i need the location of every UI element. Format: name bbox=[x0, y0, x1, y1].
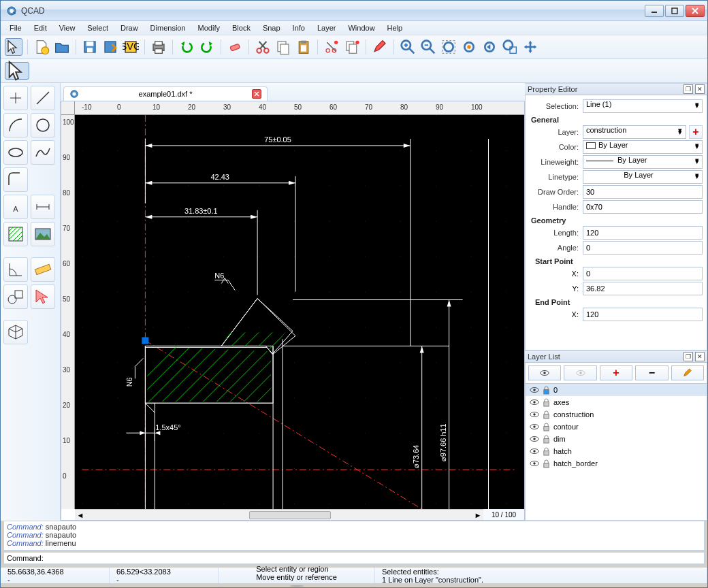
add-layer-button[interactable]: + bbox=[689, 125, 703, 139]
start-y-input[interactable] bbox=[583, 282, 703, 295]
layer-item[interactable]: hatch bbox=[526, 445, 707, 457]
snap-tool[interactable] bbox=[31, 284, 55, 309]
circle-tool[interactable] bbox=[31, 113, 55, 137]
layer-visible-all-button[interactable] bbox=[528, 365, 561, 380]
layer-item[interactable]: dim bbox=[526, 433, 707, 445]
zoom-label: 10 / 100 bbox=[483, 509, 524, 520]
length-input[interactable] bbox=[583, 226, 703, 240]
block-tool[interactable] bbox=[3, 284, 28, 309]
menu-block[interactable]: Block bbox=[226, 22, 257, 34]
layer-panel-close[interactable]: ✕ bbox=[695, 352, 705, 361]
measure-tool[interactable] bbox=[31, 257, 55, 282]
tab-close-button[interactable] bbox=[252, 89, 261, 99]
select-tool[interactable] bbox=[5, 62, 29, 80]
scrollbar-thumb[interactable] bbox=[249, 511, 331, 519]
menu-edit[interactable]: Edit bbox=[28, 22, 53, 34]
isometric-tool[interactable] bbox=[3, 320, 28, 344]
menu-draw[interactable]: Draw bbox=[114, 22, 144, 34]
main-toolbar: SVG bbox=[1, 35, 707, 59]
edit-button[interactable] bbox=[371, 38, 389, 56]
redo-button[interactable] bbox=[198, 38, 216, 56]
menu-help[interactable]: Help bbox=[381, 22, 409, 34]
point-tool[interactable] bbox=[3, 86, 28, 110]
layer-dropdown[interactable]: construction▾ bbox=[583, 125, 686, 139]
eye-icon bbox=[530, 397, 539, 407]
pan-button[interactable] bbox=[521, 38, 539, 56]
layer-add-button[interactable]: + bbox=[600, 365, 632, 380]
svg-rect-65 bbox=[35, 264, 50, 274]
menu-modify[interactable]: Modify bbox=[192, 22, 226, 34]
handle-input[interactable] bbox=[583, 200, 703, 214]
menu-select[interactable]: Select bbox=[81, 22, 114, 34]
save-as-button[interactable] bbox=[101, 38, 119, 56]
layer-item[interactable]: 0 bbox=[526, 384, 707, 396]
layer-edit-button[interactable] bbox=[671, 365, 704, 380]
lineweight-dropdown[interactable]: By Layer▾ bbox=[583, 155, 703, 169]
draworder-input[interactable] bbox=[583, 185, 703, 199]
svg-text:⌀73.64: ⌀73.64 bbox=[412, 445, 420, 468]
erase-button[interactable] bbox=[226, 38, 244, 56]
zoom-previous-button[interactable] bbox=[481, 38, 498, 56]
layer-panel-undock[interactable]: ❐ bbox=[683, 352, 693, 361]
menu-snap[interactable]: Snap bbox=[257, 22, 287, 34]
pointer-tool[interactable] bbox=[5, 38, 22, 56]
canvas[interactable]: 75±0.05 42.43 31.83±0.1 N6 bbox=[75, 115, 524, 509]
command-input[interactable] bbox=[46, 553, 704, 564]
ellipse-tool[interactable] bbox=[3, 140, 28, 165]
copy-ref-button[interactable] bbox=[343, 38, 361, 56]
drawing-area[interactable]: -100102030405060708090100 10090807060504… bbox=[61, 101, 525, 521]
arc-tool[interactable] bbox=[3, 113, 28, 137]
angle-input[interactable] bbox=[583, 241, 703, 255]
menu-file[interactable]: File bbox=[3, 22, 28, 34]
layer-item[interactable]: hatch_border bbox=[526, 457, 707, 470]
image-tool[interactable] bbox=[31, 222, 55, 246]
color-dropdown[interactable]: By Layer▾ bbox=[583, 140, 703, 154]
end-x-input[interactable] bbox=[583, 308, 703, 321]
layer-remove-button[interactable]: − bbox=[635, 365, 668, 380]
zoom-in-button[interactable] bbox=[399, 38, 417, 56]
layer-item[interactable]: axes bbox=[526, 396, 707, 408]
cut-button[interactable] bbox=[254, 38, 272, 56]
paste-button[interactable] bbox=[295, 38, 312, 56]
spline-tool[interactable] bbox=[31, 140, 55, 165]
start-x-input[interactable] bbox=[583, 267, 703, 280]
polyline-tool[interactable] bbox=[3, 167, 28, 192]
eye-icon bbox=[530, 434, 539, 444]
layer-item[interactable]: contour bbox=[526, 421, 707, 433]
zoom-selection-button[interactable] bbox=[460, 38, 478, 56]
document-tab[interactable]: example01.dxf * bbox=[63, 86, 268, 101]
copy-button[interactable] bbox=[274, 38, 292, 56]
save-button[interactable] bbox=[81, 38, 99, 56]
selection-dropdown[interactable]: Line (1)▾ bbox=[583, 99, 703, 113]
dimension-tool[interactable] bbox=[31, 195, 55, 219]
layer-item[interactable]: construction bbox=[526, 408, 707, 421]
layer-hidden-all-button[interactable] bbox=[564, 365, 596, 380]
hatch-tool[interactable] bbox=[3, 222, 28, 246]
new-button[interactable] bbox=[33, 38, 50, 56]
menu-window[interactable]: Window bbox=[342, 22, 381, 34]
minimize-button[interactable] bbox=[645, 5, 664, 17]
undo-button[interactable] bbox=[178, 38, 195, 56]
horizontal-scrollbar[interactable]: ◄ ► bbox=[75, 509, 483, 520]
text-tool[interactable]: A bbox=[3, 195, 28, 219]
line-tool[interactable] bbox=[31, 86, 55, 110]
menu-info[interactable]: Info bbox=[287, 22, 311, 34]
cut-ref-button[interactable] bbox=[323, 38, 340, 56]
open-button[interactable] bbox=[53, 38, 71, 56]
svg-rect-10 bbox=[87, 48, 93, 52]
measure-angle-tool[interactable] bbox=[3, 257, 28, 282]
zoom-window-button[interactable] bbox=[501, 38, 519, 56]
menu-view[interactable]: View bbox=[53, 22, 82, 34]
export-svg-button[interactable]: SVG bbox=[122, 38, 140, 56]
menu-dimension[interactable]: Dimension bbox=[144, 22, 192, 34]
menu-layer[interactable]: Layer bbox=[311, 22, 342, 34]
zoom-out-button[interactable] bbox=[419, 38, 437, 56]
print-button[interactable] bbox=[150, 38, 167, 56]
close-button[interactable] bbox=[686, 5, 705, 17]
maximize-button[interactable] bbox=[665, 5, 684, 17]
zoom-extents-button[interactable] bbox=[440, 38, 457, 56]
panel-undock-button[interactable]: ❐ bbox=[683, 84, 693, 94]
window-title: QCAD bbox=[21, 6, 645, 16]
linetype-dropdown[interactable]: By Layer▾ bbox=[583, 170, 703, 184]
panel-close-button[interactable]: ✕ bbox=[695, 84, 705, 94]
